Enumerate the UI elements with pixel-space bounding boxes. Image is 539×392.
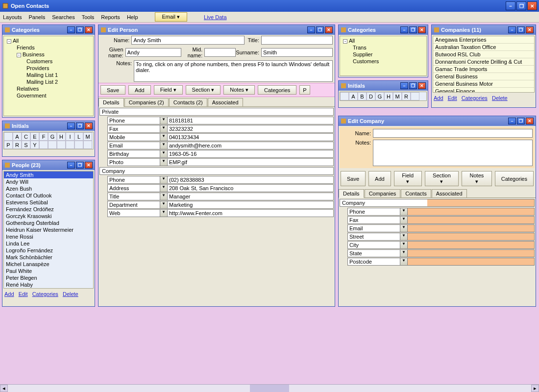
field-name[interactable]: Street <box>347 233 400 241</box>
tree-node[interactable]: -Business <box>5 51 92 58</box>
chevron-down-icon[interactable]: ▼ <box>160 150 168 158</box>
chevron-down-icon[interactable]: ▼ <box>160 176 168 184</box>
horizontal-scrollbar[interactable]: ◂ ▸ <box>0 384 539 392</box>
list-item[interactable]: Gamac Trade Imports <box>433 66 534 73</box>
chevron-down-icon[interactable]: ▼ <box>400 208 408 216</box>
chevron-down-icon[interactable]: ▼ <box>400 258 408 266</box>
tab-details[interactable]: Details <box>339 189 364 198</box>
chevron-down-icon[interactable]: ▼ <box>160 201 168 209</box>
panel-minimize-button[interactable]: – <box>67 122 75 129</box>
field-name[interactable]: Address <box>107 184 160 192</box>
p-button[interactable]: P <box>299 85 310 95</box>
categories-link[interactable]: Categories <box>32 291 58 297</box>
categories-button[interactable]: Categories <box>495 171 534 186</box>
list-item[interactable]: Heidrun Kaiser Westermeier <box>4 226 93 233</box>
chevron-down-icon[interactable]: ▼ <box>160 117 168 124</box>
tree-node[interactable]: Mailing List 2 <box>5 78 92 85</box>
panel-minimize-button[interactable]: – <box>508 118 516 124</box>
mid-name-field[interactable] <box>204 48 236 57</box>
initial-cell[interactable]: M <box>83 132 92 141</box>
list-item[interactable]: Michel Lanaspèze <box>4 261 93 268</box>
list-item[interactable]: Paul White <box>4 268 93 274</box>
field-name[interactable]: Postcode <box>347 258 400 266</box>
initial-cell[interactable] <box>411 92 419 100</box>
field-name[interactable]: Fax <box>107 125 160 133</box>
initial-cell[interactable] <box>39 141 48 149</box>
panel-maximize-button[interactable]: ❐ <box>409 82 417 89</box>
field-name[interactable]: City <box>347 241 400 249</box>
field-value[interactable]: 208 Oak St, San Francisco <box>168 184 334 192</box>
panel-close-button[interactable]: ✕ <box>526 118 534 124</box>
menu-help[interactable]: Help <box>127 14 138 20</box>
expand-icon[interactable]: - <box>17 53 21 57</box>
initial-cell[interactable]: F <box>39 132 48 141</box>
section-button[interactable]: Section ▾ <box>186 85 221 95</box>
panel-maximize-button[interactable]: ❐ <box>517 118 525 124</box>
email-button[interactable]: Email ▾ <box>155 12 188 22</box>
field-button[interactable]: Field ▾ <box>154 85 183 95</box>
panel-close-button[interactable]: ✕ <box>418 26 426 33</box>
list-item[interactable]: Donnantuoni Concrete Drilling & Cut <box>433 58 534 66</box>
list-item[interactable]: Gorczyk Krasowski <box>4 213 93 220</box>
chevron-down-icon[interactable]: ▼ <box>160 142 168 149</box>
people-list[interactable]: Andy SmithAndy WillAzen BushContact Of O… <box>3 171 94 289</box>
delete-link[interactable]: Delete <box>63 291 78 297</box>
list-item[interactable]: Australian Taxation Office <box>433 44 534 51</box>
panel-close-button[interactable]: ✕ <box>325 26 333 33</box>
field-name[interactable]: Phone <box>347 208 400 216</box>
field-value[interactable]: EMP.gif <box>168 158 334 166</box>
field-value[interactable] <box>408 208 535 216</box>
list-item[interactable]: General Finance <box>433 88 534 93</box>
title-field[interactable] <box>261 36 333 45</box>
list-item[interactable]: Peter Blegen <box>4 274 93 281</box>
add-link[interactable]: Add <box>4 291 14 297</box>
initial-cell[interactable]: S <box>22 141 30 149</box>
add-button[interactable]: Add <box>128 85 151 95</box>
chevron-down-icon[interactable]: ▼ <box>400 249 408 257</box>
list-item[interactable]: Fernández Ordóñez <box>4 206 93 213</box>
list-item[interactable]: Logroño Fernández <box>4 247 93 254</box>
field-value[interactable]: Manager <box>168 193 334 200</box>
panel-minimize-button[interactable]: – <box>67 162 75 169</box>
field-value[interactable]: 0401323434 <box>168 133 334 141</box>
save-button[interactable]: Save <box>100 85 125 95</box>
list-item[interactable]: Irene Rossi <box>4 233 93 240</box>
initial-cell[interactable]: A <box>13 132 22 141</box>
initial-cell[interactable]: P <box>4 141 13 149</box>
initial-cell[interactable]: G <box>48 132 57 141</box>
tree-node[interactable]: Supplier <box>341 51 425 58</box>
field-name[interactable]: Title <box>107 193 160 200</box>
panel-maximize-button[interactable]: ❐ <box>517 26 525 33</box>
name-field[interactable] <box>131 36 245 45</box>
menu-reports[interactable]: Reports <box>101 14 120 20</box>
panel-maximize-button[interactable]: ❐ <box>316 26 324 33</box>
tree-node[interactable]: Customers <box>5 58 92 65</box>
notes-button[interactable]: Notes ▾ <box>223 85 255 95</box>
field-value[interactable] <box>408 224 535 232</box>
initial-cell[interactable] <box>340 92 349 100</box>
panel-close-button[interactable]: ✕ <box>85 122 93 129</box>
tab-companies[interactable]: Companies (2) <box>124 98 169 106</box>
list-item[interactable]: General Business <box>433 73 534 80</box>
initial-cell[interactable] <box>4 132 13 141</box>
field-value[interactable]: (02) 82838883 <box>168 176 334 184</box>
tree-node[interactable]: Friends <box>5 44 92 51</box>
panel-close-button[interactable]: ✕ <box>418 82 426 89</box>
tab-details[interactable]: Details <box>98 98 124 107</box>
field-button[interactable]: Field ▾ <box>394 171 422 186</box>
companies-list[interactable]: Anegawa EnterprisesAustralian Taxation O… <box>433 36 535 93</box>
delete-link[interactable]: Delete <box>492 95 508 101</box>
field-value[interactable]: andysmith@here.com <box>168 142 334 149</box>
initial-cell[interactable]: B <box>358 92 367 100</box>
panel-minimize-button[interactable]: – <box>307 26 315 33</box>
initial-cell[interactable]: M <box>393 92 402 100</box>
list-item[interactable]: Mark Schönbächler <box>4 254 93 261</box>
list-item[interactable]: Gothenburg Österblad <box>4 220 93 226</box>
panel-maximize-button[interactable]: ❐ <box>76 122 84 129</box>
tree-node[interactable]: Providers <box>5 65 92 72</box>
menu-tools[interactable]: Tools <box>82 14 95 20</box>
field-name[interactable]: Department <box>107 201 160 209</box>
chevron-down-icon[interactable]: ▼ <box>160 158 168 166</box>
field-value[interactable] <box>408 216 535 224</box>
field-value[interactable]: http://www.Fenter.com <box>168 209 334 217</box>
